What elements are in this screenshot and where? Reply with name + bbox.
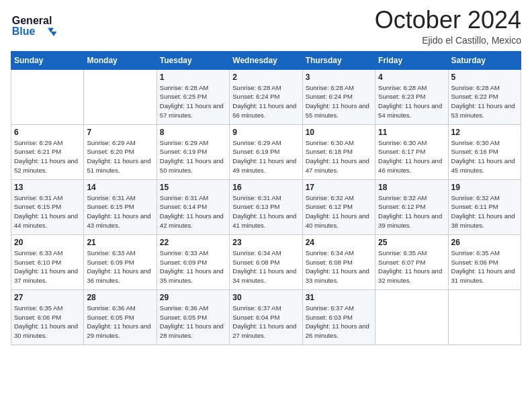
day-number: 21 [87,238,153,247]
day-detail: Sunrise: 6:34 AMSunset: 6:08 PMDaylight:… [232,248,299,285]
svg-text:General: General [12,15,52,26]
svg-marker-3 [51,32,57,36]
calendar-cell: 22Sunrise: 6:33 AMSunset: 6:09 PMDayligh… [157,234,229,289]
day-detail: Sunrise: 6:31 AMSunset: 6:15 PMDaylight:… [87,193,153,230]
calendar-cell: 13Sunrise: 6:31 AMSunset: 6:15 PMDayligh… [11,179,84,234]
day-number: 27 [14,293,81,302]
day-number: 10 [306,128,372,137]
calendar-cell: 21Sunrise: 6:33 AMSunset: 6:09 PMDayligh… [84,234,157,289]
day-number: 19 [451,183,518,192]
day-detail: Sunrise: 6:28 AMSunset: 6:24 PMDaylight:… [232,83,299,120]
calendar-cell: 16Sunrise: 6:31 AMSunset: 6:13 PMDayligh… [230,179,302,234]
calendar-cell: 4Sunrise: 6:28 AMSunset: 6:23 PMDaylight… [375,69,448,124]
day-number: 30 [232,293,299,302]
calendar-cell: 12Sunrise: 6:30 AMSunset: 6:16 PMDayligh… [448,124,521,179]
day-detail: Sunrise: 6:28 AMSunset: 6:24 PMDaylight:… [306,83,372,120]
day-number: 9 [232,128,299,137]
day-detail: Sunrise: 6:28 AMSunset: 6:22 PMDaylight:… [451,83,518,120]
calendar-cell: 25Sunrise: 6:35 AMSunset: 6:07 PMDayligh… [375,234,448,289]
calendar-cell: 9Sunrise: 6:29 AMSunset: 6:19 PMDaylight… [230,124,302,179]
weekday-header-sunday: Sunday [11,51,84,69]
day-number: 23 [232,238,299,247]
day-number: 2 [232,73,299,82]
day-detail: Sunrise: 6:31 AMSunset: 6:14 PMDaylight:… [160,193,226,230]
day-detail: Sunrise: 6:32 AMSunset: 6:12 PMDaylight:… [378,193,445,230]
calendar-cell: 1Sunrise: 6:28 AMSunset: 6:25 PMDaylight… [157,69,229,124]
weekday-header-monday: Monday [84,51,157,69]
day-detail: Sunrise: 6:28 AMSunset: 6:23 PMDaylight:… [378,83,445,120]
calendar-cell [375,289,448,345]
day-number: 4 [378,73,445,82]
day-number: 3 [306,73,372,82]
calendar-week-1: 1Sunrise: 6:28 AMSunset: 6:25 PMDaylight… [11,69,521,124]
calendar-page: General Blue October 2024 Ejido el Casti… [0,0,532,411]
day-detail: Sunrise: 6:32 AMSunset: 6:12 PMDaylight:… [306,193,372,230]
day-number: 29 [160,293,226,302]
day-number: 25 [378,238,445,247]
calendar-cell: 29Sunrise: 6:36 AMSunset: 6:05 PMDayligh… [157,289,229,345]
day-number: 20 [14,238,81,247]
day-detail: Sunrise: 6:29 AMSunset: 6:20 PMDaylight:… [87,138,153,175]
calendar-week-2: 6Sunrise: 6:29 AMSunset: 6:21 PMDaylight… [11,124,521,179]
location: Ejido el Castillo, Mexico [375,35,521,46]
calendar-cell: 11Sunrise: 6:30 AMSunset: 6:17 PMDayligh… [375,124,448,179]
day-detail: Sunrise: 6:31 AMSunset: 6:13 PMDaylight:… [232,193,299,230]
day-detail: Sunrise: 6:28 AMSunset: 6:25 PMDaylight:… [160,83,226,120]
day-number: 14 [87,183,153,192]
logo: General Blue [11,7,64,40]
weekday-header-thursday: Thursday [302,51,375,69]
weekday-header-wednesday: Wednesday [230,51,302,69]
day-number: 28 [87,293,153,302]
calendar-cell [84,69,157,124]
calendar-cell: 15Sunrise: 6:31 AMSunset: 6:14 PMDayligh… [157,179,229,234]
day-detail: Sunrise: 6:37 AMSunset: 6:03 PMDaylight:… [306,304,372,340]
calendar-cell: 5Sunrise: 6:28 AMSunset: 6:22 PMDaylight… [448,69,521,124]
month-title: October 2024 [375,7,521,34]
day-number: 13 [14,183,81,192]
day-detail: Sunrise: 6:29 AMSunset: 6:21 PMDaylight:… [14,138,81,175]
header: General Blue October 2024 Ejido el Casti… [11,7,521,46]
calendar-cell: 31Sunrise: 6:37 AMSunset: 6:03 PMDayligh… [302,289,375,345]
day-number: 11 [378,128,445,137]
calendar-cell: 6Sunrise: 6:29 AMSunset: 6:21 PMDaylight… [11,124,84,179]
day-detail: Sunrise: 6:34 AMSunset: 6:08 PMDaylight:… [306,248,372,285]
day-detail: Sunrise: 6:30 AMSunset: 6:17 PMDaylight:… [378,138,445,175]
day-number: 18 [378,183,445,192]
calendar-cell: 14Sunrise: 6:31 AMSunset: 6:15 PMDayligh… [84,179,157,234]
day-detail: Sunrise: 6:37 AMSunset: 6:04 PMDaylight:… [232,304,299,340]
weekday-header-tuesday: Tuesday [157,51,229,69]
calendar-cell: 8Sunrise: 6:29 AMSunset: 6:19 PMDaylight… [157,124,229,179]
calendar-cell: 30Sunrise: 6:37 AMSunset: 6:04 PMDayligh… [230,289,302,345]
calendar-week-4: 20Sunrise: 6:33 AMSunset: 6:10 PMDayligh… [11,234,521,289]
day-detail: Sunrise: 6:32 AMSunset: 6:11 PMDaylight:… [451,193,518,230]
calendar-cell: 10Sunrise: 6:30 AMSunset: 6:18 PMDayligh… [302,124,375,179]
calendar-cell: 7Sunrise: 6:29 AMSunset: 6:20 PMDaylight… [84,124,157,179]
day-number: 16 [232,183,299,192]
calendar-cell: 23Sunrise: 6:34 AMSunset: 6:08 PMDayligh… [230,234,302,289]
day-number: 24 [306,238,372,247]
day-detail: Sunrise: 6:35 AMSunset: 6:07 PMDaylight:… [378,248,445,285]
day-number: 22 [160,238,226,247]
day-detail: Sunrise: 6:30 AMSunset: 6:16 PMDaylight:… [451,138,518,175]
weekday-header-row: SundayMondayTuesdayWednesdayThursdayFrid… [11,51,521,69]
day-detail: Sunrise: 6:35 AMSunset: 6:06 PMDaylight:… [451,248,518,285]
calendar-cell: 26Sunrise: 6:35 AMSunset: 6:06 PMDayligh… [448,234,521,289]
calendar-week-5: 27Sunrise: 6:35 AMSunset: 6:06 PMDayligh… [11,289,521,345]
title-block: October 2024 Ejido el Castillo, Mexico [375,7,521,46]
day-detail: Sunrise: 6:36 AMSunset: 6:05 PMDaylight:… [87,304,153,340]
day-number: 5 [451,73,518,82]
day-number: 7 [87,128,153,137]
day-detail: Sunrise: 6:33 AMSunset: 6:09 PMDaylight:… [160,248,226,285]
svg-text:Blue: Blue [12,26,36,37]
logo-svg: General Blue [11,11,64,40]
calendar-cell: 2Sunrise: 6:28 AMSunset: 6:24 PMDaylight… [230,69,302,124]
day-number: 17 [306,183,372,192]
weekday-header-friday: Friday [375,51,448,69]
day-number: 15 [160,183,226,192]
day-detail: Sunrise: 6:29 AMSunset: 6:19 PMDaylight:… [160,138,226,175]
day-number: 12 [451,128,518,137]
day-detail: Sunrise: 6:35 AMSunset: 6:06 PMDaylight:… [14,304,81,340]
calendar-cell: 24Sunrise: 6:34 AMSunset: 6:08 PMDayligh… [302,234,375,289]
calendar-cell: 17Sunrise: 6:32 AMSunset: 6:12 PMDayligh… [302,179,375,234]
calendar-cell: 19Sunrise: 6:32 AMSunset: 6:11 PMDayligh… [448,179,521,234]
